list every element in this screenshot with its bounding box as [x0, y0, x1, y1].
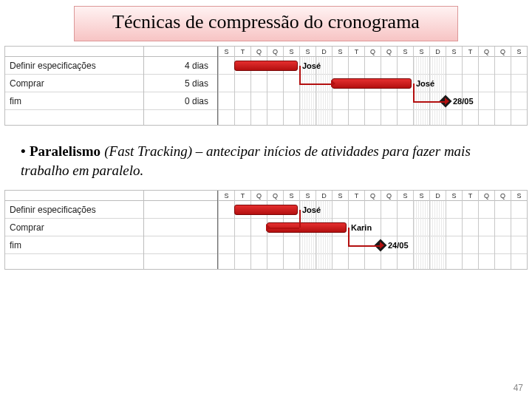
day-column: T — [462, 47, 478, 125]
day-column: Q — [250, 191, 267, 269]
day-column: D — [316, 47, 332, 125]
bullet-marker: • — [21, 143, 26, 159]
day-header: S — [300, 47, 316, 57]
milestone-label: 28/05 — [453, 97, 474, 106]
day-column: S — [446, 191, 462, 269]
day-column: S — [511, 47, 527, 125]
day-header: D — [430, 47, 446, 57]
day-header: T — [349, 47, 364, 57]
task-name: fim — [10, 92, 139, 110]
day-header: S — [511, 191, 527, 201]
day-header: Q — [495, 191, 511, 201]
gantt-bar — [234, 205, 298, 215]
day-column: Q — [478, 47, 494, 125]
resource-label: José — [302, 61, 321, 70]
day-header: T — [463, 47, 478, 57]
task-name-column: Definir especificações Comprar fim — [5, 191, 144, 269]
task-name-column: Definir especificações Comprar fim — [5, 47, 144, 125]
day-column: Q — [494, 47, 511, 125]
milestone-label: 24/05 — [388, 241, 409, 250]
day-header: Q — [495, 47, 511, 57]
day-header: S — [284, 47, 299, 57]
task-duration — [149, 219, 208, 236]
day-column: S — [299, 47, 316, 125]
day-header: Q — [479, 47, 494, 57]
day-header: S — [332, 47, 348, 57]
day-header: Q — [381, 47, 397, 57]
day-column: Q — [478, 191, 494, 269]
task-duration: 5 dias — [149, 75, 208, 92]
page-number: 47 — [514, 383, 523, 393]
gantt-chart-paralelo: Definir especificações Comprar fim STQQS… — [4, 190, 528, 270]
task-duration: 0 dias — [149, 92, 208, 110]
day-column: T — [462, 191, 478, 269]
day-header: Q — [267, 191, 283, 201]
task-duration — [149, 201, 208, 219]
day-column: T — [234, 47, 250, 125]
day-header: S — [398, 191, 413, 201]
day-header: S — [219, 47, 234, 57]
day-header: S — [332, 191, 348, 201]
day-column: Q — [494, 191, 511, 269]
day-header: S — [414, 47, 429, 57]
day-header: S — [219, 191, 234, 201]
day-column: S — [413, 191, 429, 269]
task-name: fim — [10, 236, 139, 254]
gantt-chart-sequencial: Definir especificações Comprar fim 4 dia… — [4, 46, 528, 126]
day-header: S — [398, 47, 413, 57]
day-header: S — [446, 191, 462, 201]
day-column: Q — [381, 191, 397, 269]
day-header: S — [284, 191, 299, 201]
slide-title-box: Técnicas de compressão do cronograma — [74, 6, 458, 41]
day-header: T — [463, 191, 478, 201]
bullet-bold: Paralelismo — [30, 143, 100, 159]
day-header: Q — [381, 191, 397, 201]
day-column: S — [218, 47, 234, 125]
day-column: Q — [267, 47, 283, 125]
bullet-paragraph: • Paralelismo (Fast Tracking) – antecipa… — [21, 142, 511, 180]
task-name: Comprar — [10, 75, 139, 92]
gantt-bar — [332, 78, 412, 89]
day-header: S — [511, 47, 527, 57]
day-column: T — [234, 191, 250, 269]
task-name: Definir especificações — [10, 201, 139, 219]
day-header: Q — [267, 47, 283, 57]
gantt-bar — [234, 61, 298, 71]
day-column: S — [511, 191, 527, 269]
day-column: S — [218, 191, 234, 269]
day-header: T — [235, 47, 250, 57]
day-header: S — [414, 191, 429, 201]
day-header: Q — [479, 191, 494, 201]
gantt-timeline: STQQSSDSTQQSSDSTQQSJoséJosé28/05 — [218, 47, 527, 125]
day-header: S — [300, 191, 316, 201]
day-header: D — [316, 47, 332, 57]
task-name: Comprar — [10, 219, 139, 236]
duration-column: 4 dias 5 dias 0 dias — [144, 47, 218, 125]
day-header: D — [430, 191, 446, 201]
task-name: Definir especificações — [10, 57, 139, 75]
duration-column — [144, 191, 218, 269]
day-column: S — [283, 47, 299, 125]
task-duration: 4 dias — [149, 57, 208, 75]
slide-title: Técnicas de compressão do cronograma — [83, 11, 449, 33]
day-header: Q — [251, 47, 267, 57]
resource-label: José — [416, 79, 434, 88]
day-header: Q — [365, 191, 381, 201]
day-column: Q — [250, 47, 267, 125]
resource-label: José — [302, 205, 321, 214]
task-duration — [149, 236, 208, 254]
resource-label: Karin — [351, 223, 372, 232]
day-column: S — [397, 191, 413, 269]
day-header: T — [349, 191, 364, 201]
gantt-timeline: STQQSSDSTQQSSDSTQQSJoséKarin24/05 — [218, 191, 527, 269]
day-header: T — [235, 191, 250, 201]
day-column: S — [446, 47, 462, 125]
day-column: D — [429, 191, 446, 269]
day-header: S — [446, 47, 462, 57]
day-header: Q — [251, 191, 267, 201]
day-header: D — [316, 191, 332, 201]
day-header: Q — [365, 47, 381, 57]
